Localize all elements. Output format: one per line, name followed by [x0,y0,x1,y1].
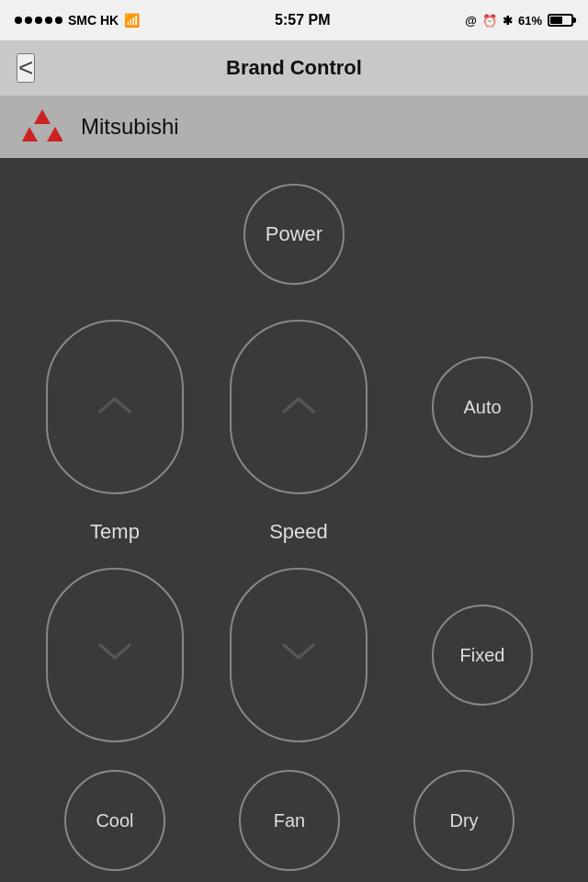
temp-up-button[interactable] [46,320,184,494]
fan-button[interactable]: Fan [239,770,340,871]
carrier-label: SMC HK [68,13,119,28]
nav-bar: < Brand Control [0,40,588,96]
temp-down-button[interactable] [46,568,184,742]
auto-button[interactable]: Auto [432,356,533,458]
battery-indicator [548,14,573,27]
svg-marker-2 [47,127,62,141]
alarm-icon: ⏰ [482,14,497,28]
temp-label: Temp [90,511,140,551]
temp-up-icon [96,390,133,424]
dot2 [25,17,32,24]
controls-grid: Auto Temp Speed Fixed [28,311,560,752]
dot5 [55,17,62,24]
svg-marker-0 [34,109,51,124]
speed-up-icon [280,390,317,424]
cool-button[interactable]: Cool [64,770,165,871]
fixed-button[interactable]: Fixed [432,605,533,706]
mode-grid: Cool Fan Dry [28,770,560,871]
wifi-icon: 📶 [124,13,140,28]
battery-bar [548,14,573,27]
speed-up-button[interactable] [230,320,368,494]
battery-fill [550,17,562,24]
temp-down-icon [96,639,133,673]
at-icon: @ [465,14,477,28]
status-right: @ ⏰ ✱ 61% [465,14,573,28]
status-bar: SMC HK 📶 5:57 PM @ ⏰ ✱ 61% [0,0,588,40]
svg-marker-1 [22,127,38,141]
speed-label: Speed [269,511,328,551]
speed-down-button[interactable] [230,568,368,742]
dry-button[interactable]: Dry [413,770,514,871]
brand-name: Mitsubishi [81,114,179,140]
status-time: 5:57 PM [275,12,330,28]
back-button[interactable]: < [17,53,35,83]
status-left: SMC HK 📶 [15,13,140,28]
signal-dots [15,17,62,24]
control-area: Power Auto Temp Speed [0,158,588,882]
battery-percent: 61% [518,14,542,28]
bluetooth-icon: ✱ [503,14,513,28]
dot3 [35,17,42,24]
mitsubishi-logo-icon [22,109,62,144]
speed-down-icon [280,639,317,673]
nav-title: Brand Control [226,56,362,80]
dot4 [45,17,52,24]
brand-header: Mitsubishi [0,96,588,158]
power-button[interactable]: Power [243,184,345,285]
dot1 [15,17,22,24]
